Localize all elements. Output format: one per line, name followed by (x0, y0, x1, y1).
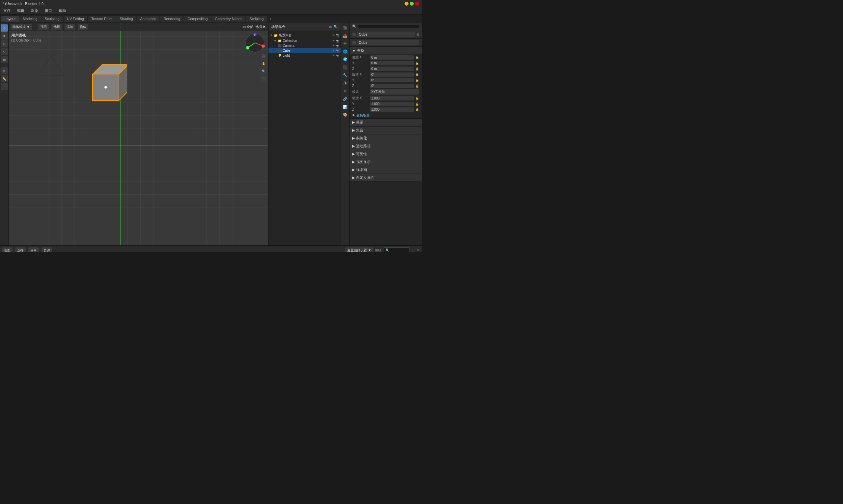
asset-dir-menu[interactable]: 目录 (28, 247, 39, 252)
menu-render[interactable]: 渲染 (30, 7, 39, 14)
props-search-input[interactable] (358, 25, 419, 28)
perspective-btn[interactable]: ⬛ (260, 75, 267, 82)
outliner-camera[interactable]: 🎥 Camera 👁 📷 (268, 43, 341, 48)
render-icon[interactable]: 📷 (336, 34, 339, 37)
camera-view-btn[interactable]: 🎥 (260, 53, 267, 59)
menu-edit[interactable]: 编辑 (16, 7, 26, 14)
tool-move[interactable]: ✥ (1, 32, 8, 39)
asset-grid-view-icon[interactable]: ⊞⊟ (375, 248, 381, 252)
asset-select-menu[interactable]: 选择 (15, 247, 26, 252)
asset-search-input[interactable] (383, 247, 410, 252)
tab-compositing[interactable]: Compositing (184, 16, 211, 22)
tool-scale[interactable]: ⤡ (1, 48, 8, 55)
rotation-y-lock-icon[interactable]: 🔒 (415, 79, 419, 82)
position-x-lock-icon[interactable]: 🔒 (415, 56, 419, 59)
asset-filter-select[interactable]: 遍盖偏好设置 ▼ (345, 247, 373, 252)
close-button[interactable] (415, 2, 419, 5)
rotation-x-lock-icon[interactable]: 🔒 (415, 73, 419, 76)
object-name-link-icon[interactable]: ⊞ (416, 33, 419, 36)
tab-geometry-nodes[interactable]: Geometry Nodes (212, 16, 246, 22)
tab-layout[interactable]: Layout (1, 16, 19, 22)
outliner-scene-collection[interactable]: ▼ 📁 场景集合 👁 📷 (268, 32, 341, 38)
position-z-lock-icon[interactable]: 🔒 (415, 67, 419, 71)
viewport-view-menu[interactable]: 视图 (38, 24, 49, 30)
cube-object-3d[interactable] (84, 62, 127, 105)
tool-rotate[interactable]: ↻ (1, 40, 8, 48)
props-material-icon[interactable]: 🎨 (342, 111, 348, 118)
instancing-header[interactable]: ▶ 实例化 (349, 134, 422, 142)
collection-render-icon[interactable]: 📷 (336, 39, 339, 42)
props-scene-icon[interactable]: 🌐 (342, 48, 348, 55)
asset-view-menu[interactable]: 视图 (2, 247, 13, 252)
props-render-icon[interactable]: 🎬 (342, 24, 348, 31)
rotation-y-value[interactable]: 0° (370, 78, 414, 82)
zoom-btn[interactable]: 🔍 (260, 68, 267, 74)
scale-x-lock-icon[interactable]: 🔒 (415, 96, 419, 100)
rotation-x-value[interactable]: 0° (370, 72, 414, 77)
cube-vis-icon[interactable]: 👁 (332, 49, 335, 52)
tab-sculpting[interactable]: Sculpting (41, 16, 63, 22)
navigation-gizmo[interactable]: Z X Y (245, 33, 265, 53)
tab-texture-paint[interactable]: Texture Paint (88, 16, 115, 22)
scale-z-lock-icon[interactable]: 🔒 (415, 108, 419, 111)
object-name-input[interactable] (357, 32, 415, 37)
camera-vis-icon[interactable]: 👁 (332, 44, 335, 48)
hand-pan-btn[interactable]: ✋ (260, 60, 267, 67)
scale-y-lock-icon[interactable]: 🔒 (415, 103, 419, 106)
props-output-icon[interactable]: 📤 (342, 32, 348, 39)
motion-paths-header[interactable]: ▶ 运动路径 (349, 142, 422, 150)
maximize-button[interactable] (410, 2, 414, 5)
outliner-cube[interactable]: ⬛ Cube 👁 📷 (268, 48, 341, 53)
relations-header[interactable]: ▶ 关系 (349, 119, 422, 126)
select-all-btn[interactable]: ⊠ 全部 (243, 25, 253, 29)
tool-annotate[interactable]: ✏ (1, 67, 8, 74)
camera-render-icon[interactable]: 📷 (336, 44, 339, 48)
cube-render-icon[interactable]: 📷 (336, 49, 339, 52)
props-physics-icon[interactable]: ⚙ (342, 88, 348, 94)
transform-section-header[interactable]: ▼ 变换 (349, 47, 422, 54)
tab-modeling[interactable]: Modeling (19, 16, 41, 22)
position-x-value[interactable]: 0 m (370, 55, 414, 60)
minimize-button[interactable] (405, 2, 409, 5)
menu-help[interactable]: 帮助 (57, 7, 67, 14)
collections-header[interactable]: ▶ 集合 (349, 126, 422, 134)
tool-cursor[interactable]: ⊹ (1, 24, 8, 32)
tool-add[interactable]: + (1, 83, 8, 90)
props-modifier-icon[interactable]: 🔧 (342, 72, 348, 78)
tab-animation[interactable]: Animation (137, 16, 160, 22)
props-constraints-icon[interactable]: 🔗 (342, 95, 348, 102)
rotation-z-value[interactable]: 0° (370, 84, 414, 88)
rotation-z-lock-icon[interactable]: 🔒 (415, 84, 419, 88)
tab-uv-editing[interactable]: UV Editing (64, 16, 87, 22)
asset-settings-icon[interactable]: ⚙ (416, 248, 420, 252)
props-particles-icon[interactable]: ✨ (342, 80, 348, 86)
outliner-collection[interactable]: ▼ 📁 Collection 👁 📷 (268, 38, 341, 43)
position-y-lock-icon[interactable]: 🔒 (415, 61, 419, 65)
viewport-display-header[interactable]: ▶ 视图显示 (349, 158, 422, 166)
tab-rendering[interactable]: Rendering (160, 16, 183, 22)
outliner-filter-icon[interactable]: ⊞ (329, 25, 332, 29)
props-object-icon[interactable]: ⬛ (342, 64, 348, 71)
asset-assets-menu[interactable]: 资源 (41, 247, 52, 252)
visibility-header[interactable]: ▶ 可见性 (349, 150, 422, 158)
custom-props-header[interactable]: ▶ 自定义属性 (349, 174, 422, 181)
light-vis-icon[interactable]: 👁 (332, 54, 335, 57)
scale-x-value[interactable]: 1.000 (370, 96, 414, 101)
tab-shading[interactable]: Shading (116, 16, 136, 22)
scale-y-value[interactable]: 1.000 (370, 102, 414, 106)
props-world-icon[interactable]: 🌍 (342, 56, 348, 62)
menu-window[interactable]: 窗口 (43, 7, 53, 14)
line-art-header[interactable]: ▶ 线条画 (349, 166, 422, 174)
add-workspace-button[interactable]: + (268, 16, 273, 22)
menu-file[interactable]: 文件 (2, 7, 12, 14)
outliner-search-icon[interactable]: 🔍 (334, 25, 338, 29)
viewport-options-btn[interactable]: 选项 ▶ (255, 25, 266, 29)
outliner-light[interactable]: 💡 Light 👁 📷 (268, 53, 341, 58)
scale-z-value[interactable]: 1.000 (370, 107, 414, 112)
props-view-icon[interactable]: 👁 (342, 40, 348, 47)
viewport-object-menu[interactable]: 物体 (78, 24, 88, 30)
viewport-3d[interactable]: 物体模式 ▼ | 视图 选择 添加 物体 ⊠ 全部 选项 ▶ 用户透视 (1) … (8, 23, 268, 246)
viewport-select-menu[interactable]: 选择 (51, 24, 62, 30)
viewport-add-menu[interactable]: 添加 (65, 24, 75, 30)
object-mode-selector[interactable]: 物体模式 ▼ (11, 24, 32, 30)
